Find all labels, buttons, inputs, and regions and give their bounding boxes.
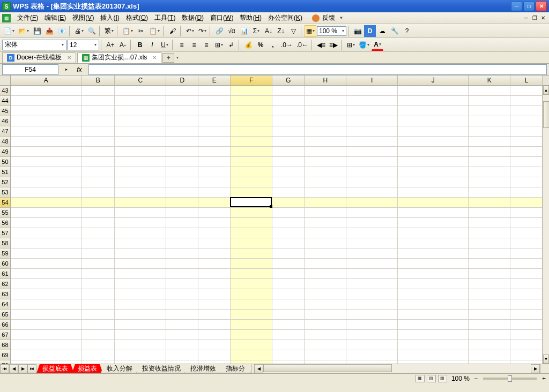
cell-J51[interactable] <box>398 167 469 177</box>
cell-J61[interactable] <box>398 269 469 279</box>
cell-D65[interactable] <box>166 310 198 320</box>
cell-B48[interactable] <box>81 137 115 147</box>
name-box[interactable]: F54 <box>2 64 58 75</box>
cell-L67[interactable] <box>510 330 543 340</box>
cell-B53[interactable] <box>81 187 115 198</box>
scroll-right-button[interactable]: ▶ <box>531 364 540 373</box>
cell-C60[interactable] <box>115 259 166 269</box>
cell-J49[interactable] <box>398 147 469 157</box>
menu-feedback[interactable]: 反馈 <box>309 12 338 24</box>
cell-G70[interactable] <box>272 360 305 364</box>
cell-H66[interactable] <box>305 320 346 330</box>
cell-A69[interactable] <box>11 350 81 360</box>
cell-D52[interactable] <box>166 177 198 187</box>
cell-H49[interactable] <box>305 147 346 157</box>
align-left-button[interactable]: ≡ <box>176 39 188 51</box>
cell-E53[interactable] <box>198 187 231 198</box>
cell-A62[interactable] <box>11 279 81 289</box>
first-sheet-button[interactable]: ⏮ <box>0 364 9 373</box>
font-select[interactable]: 宋体▾ <box>2 40 66 50</box>
hyperlink-button[interactable]: 🔗 <box>213 25 225 37</box>
cell-A65[interactable] <box>11 310 81 320</box>
merge-center-button[interactable]: ⊞▾ <box>213 39 225 51</box>
cell-F57[interactable] <box>231 228 272 238</box>
cell-G63[interactable] <box>272 289 305 299</box>
cell-B51[interactable] <box>81 167 115 177</box>
cell-B52[interactable] <box>81 177 115 187</box>
row-header-44[interactable]: 44 <box>0 96 11 106</box>
cell-E66[interactable] <box>198 320 231 330</box>
menu-文件[interactable]: 文件(F) <box>14 12 41 24</box>
italic-button[interactable]: I <box>146 39 158 51</box>
cell-G54[interactable] <box>272 198 305 208</box>
row-header-55[interactable]: 55 <box>0 208 11 218</box>
highlight-button[interactable]: ▦▾ <box>305 25 316 37</box>
cell-I67[interactable] <box>346 330 398 340</box>
cell-C53[interactable] <box>115 187 166 198</box>
row-header-57[interactable]: 57 <box>0 228 11 238</box>
hscroll-thumb[interactable] <box>263 364 392 372</box>
cell-D63[interactable] <box>166 289 198 299</box>
cell-L66[interactable] <box>510 320 543 330</box>
cell-D64[interactable] <box>166 299 198 310</box>
cell-H59[interactable] <box>305 248 346 259</box>
cell-E61[interactable] <box>198 269 231 279</box>
cell-H68[interactable] <box>305 340 346 350</box>
cloud-button[interactable]: ☁ <box>376 25 388 37</box>
column-header-H[interactable]: H <box>305 76 346 86</box>
column-header-F[interactable]: F <box>231 76 272 86</box>
cell-L65[interactable] <box>510 310 543 320</box>
cell-I55[interactable] <box>346 208 398 218</box>
minimize-button[interactable]: ─ <box>511 1 522 11</box>
fill-color-button[interactable]: 🪣▾ <box>357 39 371 51</box>
menu-窗口[interactable]: 窗口(W) <box>207 12 236 24</box>
cell-L69[interactable] <box>510 350 543 360</box>
cell-L44[interactable] <box>510 96 543 106</box>
align-center-button[interactable]: ≡ <box>188 39 200 51</box>
cell-J50[interactable] <box>398 157 469 167</box>
cell-E47[interactable] <box>198 126 231 137</box>
cell-G50[interactable] <box>272 157 305 167</box>
cell-K70[interactable] <box>469 360 510 364</box>
cell-B54[interactable] <box>81 198 115 208</box>
cell-C52[interactable] <box>115 177 166 187</box>
cell-K69[interactable] <box>469 350 510 360</box>
docer-button[interactable]: D <box>364 25 376 37</box>
cell-C57[interactable] <box>115 228 166 238</box>
cell-J65[interactable] <box>398 310 469 320</box>
next-sheet-button[interactable]: ▶ <box>18 364 27 373</box>
cell-A49[interactable] <box>11 147 81 157</box>
cell-E68[interactable] <box>198 340 231 350</box>
tab-list-dropdown[interactable]: ▾ <box>176 55 179 60</box>
cell-D53[interactable] <box>166 187 198 198</box>
cell-H61[interactable] <box>305 269 346 279</box>
cell-C44[interactable] <box>115 96 166 106</box>
cell-K67[interactable] <box>469 330 510 340</box>
cell-L62[interactable] <box>510 279 543 289</box>
cell-I64[interactable] <box>346 299 398 310</box>
size-select[interactable]: 12▾ <box>67 40 99 50</box>
doc-tab[interactable]: ▦集团实业损…07.xls✕ <box>77 52 161 63</box>
cell-I57[interactable] <box>346 228 398 238</box>
print-button[interactable]: 🖨▾ <box>73 25 85 37</box>
cell-A61[interactable] <box>11 269 81 279</box>
cell-D58[interactable] <box>166 238 198 248</box>
cell-F56[interactable] <box>231 218 272 228</box>
select-all-corner[interactable] <box>0 76 11 86</box>
doc-tab[interactable]: DDocer-在线模板✕ <box>2 52 76 63</box>
cell-E55[interactable] <box>198 208 231 218</box>
cell-A58[interactable] <box>11 238 81 248</box>
cell-F69[interactable] <box>231 350 272 360</box>
cell-C69[interactable] <box>115 350 166 360</box>
close-tab-icon[interactable]: ✕ <box>152 55 157 61</box>
cell-L45[interactable] <box>510 106 543 116</box>
cell-G49[interactable] <box>272 147 305 157</box>
sheet-tab[interactable]: 损益表 <box>72 364 103 373</box>
cell-E69[interactable] <box>198 350 231 360</box>
underline-button[interactable]: U▾ <box>159 39 170 51</box>
cell-A67[interactable] <box>11 330 81 340</box>
cell-K55[interactable] <box>469 208 510 218</box>
cell-D69[interactable] <box>166 350 198 360</box>
cell-H47[interactable] <box>305 126 346 137</box>
save-button[interactable]: 💾 <box>31 25 43 37</box>
